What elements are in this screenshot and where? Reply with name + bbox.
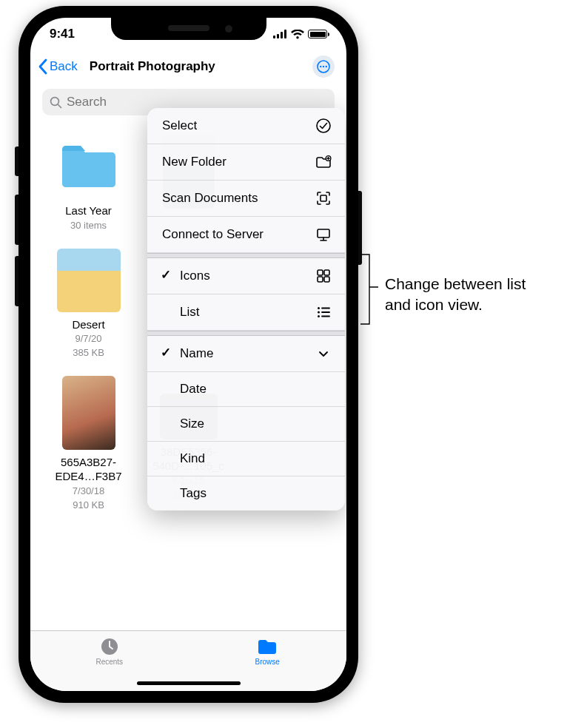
menu-item-icons-view[interactable]: Icons [147, 258, 345, 294]
menu-item-sort-size[interactable]: Size [147, 407, 345, 442]
more-menu: Select New Folder Scan Documents Connect… [147, 108, 345, 510]
page-title: Portrait Photography [78, 59, 312, 74]
clock-icon [99, 637, 120, 656]
menu-item-scan-documents[interactable]: Scan Documents [147, 181, 345, 217]
item-subtitle: 30 items [70, 220, 107, 232]
svg-point-5 [320, 66, 321, 67]
ellipsis-circle-icon [317, 60, 330, 73]
svg-rect-0 [273, 36, 275, 38]
item-size: 385 KB [73, 347, 104, 360]
callout-bracket [359, 253, 380, 326]
wifi-icon [291, 30, 304, 39]
chevron-left-icon [38, 58, 48, 75]
svg-point-6 [323, 66, 324, 67]
scan-icon [315, 190, 332, 206]
grid-item[interactable]: 565A3B27-EDE4…F3B7 7/30/18 910 KB [44, 376, 133, 511]
menu-separator [147, 253, 345, 258]
svg-point-20 [318, 311, 320, 314]
list-icon [315, 304, 332, 320]
grid-icon [315, 268, 332, 284]
tab-bar: Recents Browse [30, 630, 346, 691]
item-name: Desert [72, 318, 104, 332]
grid-item[interactable]: Desert 9/7/20 385 KB [44, 249, 133, 360]
volume-up-button [15, 195, 19, 245]
svg-line-9 [58, 104, 61, 107]
svg-rect-1 [277, 34, 279, 38]
menu-item-label: Size [180, 417, 204, 431]
menu-item-select[interactable]: Select [147, 108, 345, 144]
status-time: 9:41 [50, 27, 75, 41]
item-name: Last Year [65, 204, 112, 218]
menu-item-new-folder[interactable]: New Folder [147, 144, 345, 181]
photo-thumbnail [62, 376, 115, 450]
svg-rect-15 [318, 270, 323, 275]
menu-item-sort-name[interactable]: Name [147, 336, 345, 372]
cellular-icon [273, 30, 287, 38]
folder-plus-icon [315, 154, 332, 170]
menu-item-label: New Folder [162, 155, 227, 169]
svg-rect-13 [321, 195, 326, 201]
tab-label: Browse [255, 658, 280, 666]
menu-separator [147, 331, 345, 336]
battery-icon [308, 30, 327, 38]
menu-item-label: Connect to Server [162, 227, 264, 242]
menu-item-label: Name [180, 346, 213, 361]
menu-item-label: Select [162, 118, 197, 133]
back-button[interactable]: Back [38, 58, 78, 75]
navigation-bar: Back Portrait Photography [30, 50, 346, 83]
screen: 9:41 Back Portrait Photography [30, 18, 346, 691]
menu-item-label: Tags [180, 486, 207, 501]
svg-rect-14 [318, 229, 329, 237]
menu-item-sort-kind[interactable]: Kind [147, 442, 345, 476]
menu-item-connect-server[interactable]: Connect to Server [147, 217, 345, 253]
svg-point-8 [51, 97, 59, 105]
svg-rect-3 [284, 30, 286, 38]
menu-item-label: Icons [180, 269, 210, 283]
check-circle-icon [315, 118, 332, 134]
callout-text: Change between list and icon view. [385, 274, 555, 316]
menu-item-label: List [180, 305, 199, 320]
svg-point-11 [317, 119, 330, 132]
tab-label: Recents [95, 658, 123, 666]
folder-icon [256, 637, 278, 656]
notch [111, 18, 266, 40]
server-icon [315, 226, 332, 243]
photo-thumbnail [57, 249, 121, 312]
item-name: 565A3B27-EDE4…F3B7 [48, 456, 130, 484]
svg-point-7 [326, 66, 327, 67]
more-button[interactable] [312, 55, 335, 78]
folder-icon [57, 135, 121, 198]
menu-item-sort-tags[interactable]: Tags [147, 476, 345, 510]
chevron-down-icon [315, 346, 332, 362]
item-size: 910 KB [73, 499, 104, 512]
menu-item-sort-date[interactable]: Date [147, 372, 345, 407]
volume-down-button [15, 256, 19, 306]
menu-item-label: Scan Documents [162, 191, 258, 206]
home-indicator[interactable] [137, 681, 241, 685]
menu-item-label: Kind [180, 451, 205, 466]
back-label: Back [50, 59, 78, 74]
item-date: 9/7/20 [75, 333, 101, 346]
svg-rect-18 [324, 277, 329, 282]
svg-rect-16 [324, 270, 329, 275]
svg-point-21 [318, 315, 320, 317]
svg-rect-17 [318, 277, 323, 282]
search-icon [50, 96, 62, 109]
iphone-device-frame: 9:41 Back Portrait Photography [19, 6, 358, 703]
search-input[interactable] [67, 95, 327, 109]
menu-item-label: Date [180, 382, 207, 397]
item-date: 7/30/18 [73, 485, 104, 498]
grid-item-folder[interactable]: Last Year 30 items [44, 135, 133, 232]
svg-point-19 [318, 307, 320, 309]
menu-item-list-view[interactable]: List [147, 294, 345, 331]
svg-rect-2 [281, 32, 283, 38]
